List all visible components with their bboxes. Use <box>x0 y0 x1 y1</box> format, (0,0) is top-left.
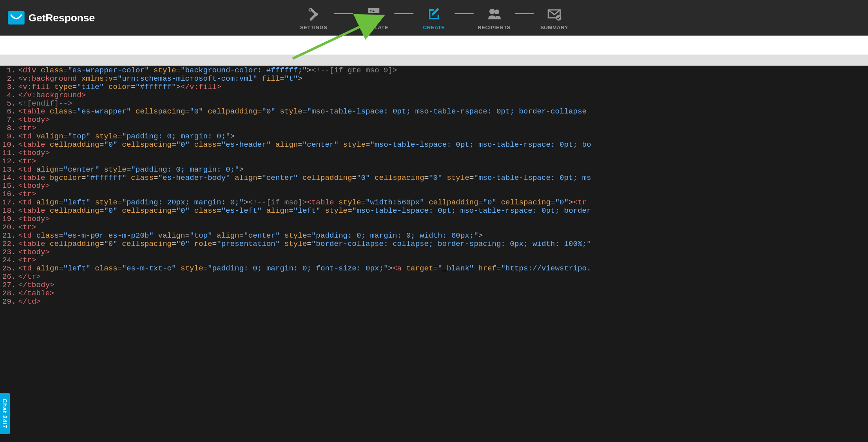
code-line[interactable]: 28.</table> <box>0 289 868 298</box>
code-content[interactable]: <tbody> <box>17 248 50 257</box>
line-number: 26. <box>0 273 17 281</box>
line-number: 2. <box>0 75 17 83</box>
line-number: 25. <box>0 264 17 273</box>
svg-point-4 <box>370 10 371 11</box>
step-recipients[interactable]: RECIPIENTS <box>474 6 514 30</box>
code-line[interactable]: 2. <v:background xmlns:v="urn:schemas-mi… <box>0 75 868 83</box>
line-number: 18. <box>0 207 17 215</box>
code-content[interactable]: <tr> <box>17 157 36 166</box>
step-summary[interactable]: SUMMARY <box>534 6 574 30</box>
code-line[interactable]: 11.<tbody> <box>0 149 868 157</box>
code-content[interactable]: <tbody> <box>17 182 50 190</box>
code-content[interactable]: <tbody> <box>17 149 50 157</box>
code-content[interactable]: <tr> <box>17 256 36 264</box>
code-content[interactable]: <tbody> <box>17 215 50 223</box>
code-content[interactable]: <tr> <box>17 223 36 232</box>
code-content[interactable]: </tr> <box>17 273 41 281</box>
line-number: 6. <box>0 108 17 116</box>
code-content[interactable]: </v:background> <box>17 91 86 100</box>
line-number: 11. <box>0 149 17 157</box>
code-content[interactable]: <div class="es-wrapper-color" style="bac… <box>17 66 397 75</box>
step-connector <box>334 13 353 14</box>
code-line[interactable]: 19.<tbody> <box>0 215 868 223</box>
code-line[interactable]: 13.<td align="center" style="padding: 0;… <box>0 166 868 174</box>
code-line[interactable]: 12.<tr> <box>0 157 868 166</box>
summary-icon <box>546 6 563 23</box>
code-line[interactable]: 6.<table class="es-wrapper" cellspacing=… <box>0 108 868 116</box>
line-number: 28. <box>0 289 17 298</box>
step-label: TEMPLATE <box>359 25 388 30</box>
code-line[interactable]: 10.<table cellpadding="0" cellspacing="0… <box>0 141 868 149</box>
step-connector <box>515 13 534 14</box>
code-line[interactable]: 4. </v:background> <box>0 91 868 100</box>
code-line[interactable]: 8.<tr> <box>0 124 868 132</box>
code-line[interactable]: 1.<div class="es-wrapper-color" style="b… <box>0 66 868 75</box>
code-line[interactable]: 26.</tr> <box>0 273 868 281</box>
line-number: 7. <box>0 116 17 124</box>
step-create[interactable]: CREATE <box>414 6 454 30</box>
code-content[interactable]: </table> <box>17 289 54 298</box>
line-number: 22. <box>0 240 17 248</box>
line-number: 5. <box>0 100 17 108</box>
svg-point-2 <box>309 9 311 11</box>
html-source-editor[interactable]: 1.<div class="es-wrapper-color" style="b… <box>0 66 868 306</box>
line-number: 1. <box>0 66 17 75</box>
step-connector <box>394 13 413 14</box>
code-content[interactable]: <tr> <box>17 190 36 198</box>
white-band <box>0 36 868 55</box>
code-content[interactable]: <table bgcolor="#ffffff" class="es-heade… <box>17 174 591 182</box>
code-line[interactable]: 9.<td valign="top" style="padding: 0; ma… <box>0 132 868 141</box>
code-line[interactable]: 16.<tr> <box>0 190 868 198</box>
code-line[interactable]: 24.<tr> <box>0 256 868 264</box>
code-content[interactable]: <table class="es-wrapper" cellspacing="0… <box>17 108 587 116</box>
code-content[interactable]: <v:background xmlns:v="urn:schemas-micro… <box>17 75 302 83</box>
template-icon <box>365 6 383 23</box>
line-number: 29. <box>0 298 17 306</box>
wizard-steps: SETTINGS TEMPLATE <box>294 6 574 30</box>
code-content[interactable]: </td> <box>17 298 41 306</box>
code-line[interactable]: 29.</td> <box>0 298 868 306</box>
step-label: SETTINGS <box>300 25 327 30</box>
code-content[interactable]: <td align="left" class="es-m-txt-c" styl… <box>17 264 591 273</box>
code-content[interactable]: <table cellpadding="0" cellspacing="0" c… <box>17 207 591 215</box>
line-number: 23. <box>0 248 17 257</box>
step-settings[interactable]: SETTINGS <box>294 6 334 30</box>
brand-logo[interactable]: GetResponse <box>8 11 95 25</box>
code-line[interactable]: 20.<tr> <box>0 223 868 232</box>
code-content[interactable]: <td class="es-m-p0r es-m-p20b" valign="t… <box>17 232 483 240</box>
code-line[interactable]: 15.<tbody> <box>0 182 868 190</box>
code-content[interactable]: <td align="center" style="padding: 0; ma… <box>17 166 244 174</box>
code-content[interactable]: </tbody> <box>17 281 54 289</box>
code-content[interactable]: <v:fill type="tile" color="#ffffff"></v:… <box>17 83 221 91</box>
code-line[interactable]: 21.<td class="es-m-p0r es-m-p20b" valign… <box>0 232 868 240</box>
code-line[interactable]: 25.<td align="left" class="es-m-txt-c" s… <box>0 264 868 273</box>
code-line[interactable]: 3. <v:fill type="tile" color="#ffffff"><… <box>0 83 868 91</box>
code-content[interactable]: <tbody> <box>17 116 50 124</box>
code-line[interactable]: 23.<tbody> <box>0 248 868 257</box>
code-line[interactable]: 22.<table cellpadding="0" cellspacing="0… <box>0 240 868 248</box>
code-content[interactable]: <table cellpadding="0" cellspacing="0" r… <box>17 240 591 248</box>
settings-icon <box>305 6 322 23</box>
code-line[interactable]: 5. <![endif]--> <box>0 100 868 108</box>
code-line[interactable]: 27.</tbody> <box>0 281 868 289</box>
svg-rect-5 <box>368 15 379 16</box>
step-connector <box>455 13 474 14</box>
recipients-icon <box>485 6 503 23</box>
step-template[interactable]: TEMPLATE <box>354 6 394 30</box>
svg-rect-8 <box>432 8 439 15</box>
code-content[interactable]: <![endif]--> <box>17 100 72 108</box>
code-line[interactable]: 14.<table bgcolor="#ffffff" class="es-he… <box>0 174 868 182</box>
code-line[interactable]: 17.<td align="left" style="padding: 20px… <box>0 198 868 207</box>
code-line[interactable]: 18.<table cellpadding="0" cellspacing="0… <box>0 207 868 215</box>
code-content[interactable]: <table cellpadding="0" cellspacing="0" c… <box>17 141 591 149</box>
line-number: 16. <box>0 190 17 198</box>
code-line[interactable]: 7.<tbody> <box>0 116 868 124</box>
code-content[interactable]: <td align="left" style="padding: 20px; m… <box>17 198 587 207</box>
line-number: 20. <box>0 223 17 232</box>
line-number: 8. <box>0 124 17 132</box>
line-number: 24. <box>0 256 17 264</box>
code-content[interactable]: <td valign="top" style="padding: 0; marg… <box>17 132 235 141</box>
line-number: 19. <box>0 215 17 223</box>
brand-name: GetResponse <box>28 12 95 24</box>
code-content[interactable]: <tr> <box>17 124 36 132</box>
